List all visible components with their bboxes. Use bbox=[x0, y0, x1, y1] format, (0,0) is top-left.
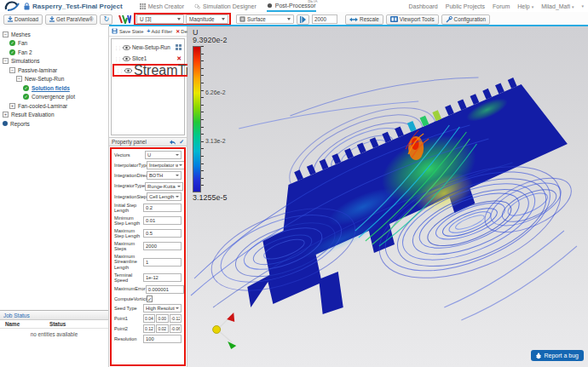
tree-item-result-evaluation[interactable]: + Result Evaluation bbox=[3, 111, 106, 120]
download-button[interactable]: Download bbox=[3, 14, 43, 25]
tree-item-simulations[interactable]: − Simulations bbox=[3, 57, 106, 66]
point1-y-input[interactable] bbox=[156, 314, 168, 323]
tree-empty-space bbox=[0, 132, 108, 311]
rescale-arrows-icon bbox=[349, 17, 358, 22]
property-row: Vectors U bbox=[114, 151, 182, 159]
interpolator-type-select[interactable]: Interpolator with Point Locator bbox=[147, 161, 185, 169]
download-icon bbox=[8, 16, 13, 22]
visibility-eye-icon[interactable] bbox=[123, 45, 130, 50]
maximum-error-input[interactable] bbox=[146, 285, 184, 294]
refresh-icon: ↻ bbox=[103, 15, 109, 23]
apply-check-icon[interactable]: ✓ bbox=[179, 139, 184, 146]
integration-direction-select[interactable]: BOTH bbox=[147, 171, 182, 180]
configuration-button[interactable]: Configuration bbox=[441, 14, 490, 25]
property-row: IntegrationStepUnit Cell Length bbox=[114, 192, 182, 201]
gears-icon bbox=[194, 3, 200, 9]
tree-item-passive-laminar[interactable]: − Passive-laminar bbox=[3, 66, 106, 75]
expand-icon[interactable]: + bbox=[3, 112, 9, 118]
dataset-icon[interactable] bbox=[176, 44, 182, 50]
tab-label: Mesh Creator bbox=[148, 3, 184, 9]
minimum-step-length-input[interactable] bbox=[143, 216, 182, 225]
user-menu[interactable]: Milad_Mafi ▾ bbox=[541, 3, 574, 9]
property-panel-title: Property panel bbox=[112, 139, 147, 145]
job-status-section: Job Status Name Status no entities avail… bbox=[0, 310, 108, 367]
integrator-type-select[interactable]: Runge-Kutta 4-5 bbox=[145, 182, 183, 191]
maximum-step-length-input[interactable] bbox=[143, 229, 182, 238]
property-row: Point1 bbox=[114, 314, 182, 323]
add-filter-button[interactable]: + Add Filter bbox=[147, 28, 172, 34]
visibility-eye-icon[interactable] bbox=[124, 68, 132, 73]
nav-help[interactable]: Help ▾ bbox=[517, 3, 533, 9]
report-bug-button[interactable]: Report a bug bbox=[531, 350, 584, 361]
point2-y-input[interactable] bbox=[156, 324, 168, 333]
grid-icon bbox=[140, 3, 146, 9]
vectors-select[interactable]: U bbox=[145, 151, 182, 159]
representation-select[interactable]: Surface bbox=[236, 14, 294, 24]
point1-x-input[interactable] bbox=[143, 314, 155, 323]
chevron-down-icon: ▾ bbox=[532, 4, 534, 9]
frame-input[interactable] bbox=[312, 14, 337, 24]
remove-icon[interactable]: ✕ bbox=[176, 55, 182, 62]
collapse-icon[interactable]: − bbox=[16, 76, 22, 82]
refresh-button[interactable]: ↻ bbox=[100, 14, 112, 25]
play-button[interactable] bbox=[297, 14, 309, 25]
collapse-icon[interactable]: − bbox=[3, 32, 9, 37]
maximum-steps-input[interactable] bbox=[143, 242, 182, 250]
tree-item-meshes[interactable]: − Meshes bbox=[3, 30, 106, 39]
tree-item-new-setup-run[interactable]: − New-Setup-Run bbox=[3, 75, 106, 84]
save-state-button[interactable]: Save State bbox=[112, 28, 143, 34]
tab-mesh-creator[interactable]: Mesh Creator bbox=[140, 0, 184, 12]
tab-post-processor[interactable]: Post-Processor BETA bbox=[267, 0, 316, 12]
nav-forum[interactable]: Forum bbox=[493, 3, 510, 9]
property-row: IntegrationDirection BOTH bbox=[114, 171, 182, 180]
viewport-tools-button[interactable]: Viewport Tools bbox=[386, 14, 439, 25]
download-icon bbox=[49, 16, 55, 22]
property-row: Terminal Speed bbox=[114, 272, 182, 284]
terminal-speed-input[interactable] bbox=[143, 273, 182, 282]
drag-handle-icon[interactable]: ⋮⋮ bbox=[114, 45, 121, 50]
get-paraview-button[interactable]: Get ParaView® bbox=[45, 14, 97, 25]
resolution-input[interactable] bbox=[143, 335, 182, 343]
point1-z-input[interactable] bbox=[170, 314, 182, 323]
tab-simulation-designer[interactable]: Simulation Designer bbox=[194, 0, 257, 12]
reset-icon[interactable] bbox=[169, 139, 176, 146]
drag-handle-icon[interactable]: ⋮⋮ bbox=[114, 56, 121, 61]
collapse-icon[interactable]: − bbox=[3, 58, 9, 64]
rescale-button[interactable]: Rescale bbox=[345, 14, 383, 25]
extra-menu-chevron-icon[interactable]: ▾ bbox=[581, 3, 584, 9]
field-select[interactable]: U [3] bbox=[136, 14, 184, 24]
chevron-down-icon bbox=[176, 196, 179, 198]
expand-icon[interactable]: + bbox=[9, 103, 15, 109]
job-status-title[interactable]: Job Status bbox=[3, 313, 30, 318]
success-check-icon: ✓ bbox=[23, 94, 29, 100]
orientation-axes-icon bbox=[213, 313, 237, 349]
property-row: Maximum Streamline Length bbox=[114, 254, 182, 270]
tree-item-fan[interactable]: ✓ Fan bbox=[3, 39, 106, 49]
component-select[interactable]: Magnitude bbox=[186, 14, 228, 24]
maximum-streamline-length-input[interactable] bbox=[143, 258, 182, 267]
compute-vorticity-checkbox[interactable]: ✓ bbox=[147, 295, 153, 302]
annotation-box-field-selectors: U [3] Magnitude bbox=[134, 13, 231, 26]
property-row: IntegratorType Runge-Kutta 4-5 bbox=[114, 182, 182, 191]
point2-z-input[interactable] bbox=[170, 324, 182, 333]
render-viewport[interactable]: U 9.3920e-2 6.26e-2 3.13e-2 3.1255e-5 R bbox=[187, 26, 588, 367]
nav-dashboard[interactable]: Dashboard bbox=[409, 3, 438, 9]
tree-item-fan-cooled-laminar[interactable]: + Fan-cooled-Laminar bbox=[3, 101, 106, 111]
visibility-eye-icon[interactable] bbox=[123, 56, 130, 61]
integration-step-unit-select[interactable]: Cell Length bbox=[147, 192, 182, 201]
collapse-icon[interactable]: − bbox=[9, 67, 15, 73]
job-status-columns: Name Status bbox=[0, 320, 108, 329]
tree-item-solution-fields[interactable]: ✓ Solution fields bbox=[3, 83, 106, 93]
legend-min-value: 3.1255e-5 bbox=[193, 193, 228, 202]
initial-step-length-input[interactable] bbox=[143, 204, 182, 212]
nav-public-projects[interactable]: Public Projects bbox=[446, 3, 485, 9]
tree-item-convergence-plot[interactable]: ✓ Convergence plot bbox=[3, 93, 106, 102]
point2-x-input[interactable] bbox=[143, 324, 155, 333]
drag-handle-icon[interactable]: ⋮⋮ bbox=[116, 68, 123, 73]
pipeline-item-new-setup-run[interactable]: ⋮⋮ New-Setup-Run bbox=[112, 42, 184, 53]
paraview-logo bbox=[118, 14, 131, 24]
top-header-bar: Rasperry_Test-Final Project Mesh Creator… bbox=[0, 0, 588, 12]
tree-item-reports[interactable]: Reports bbox=[3, 119, 106, 129]
seed-type-select[interactable]: High Resolution Line Source bbox=[143, 304, 182, 313]
tree-item-fan-2[interactable]: ✓ Fan 2 bbox=[3, 48, 106, 57]
